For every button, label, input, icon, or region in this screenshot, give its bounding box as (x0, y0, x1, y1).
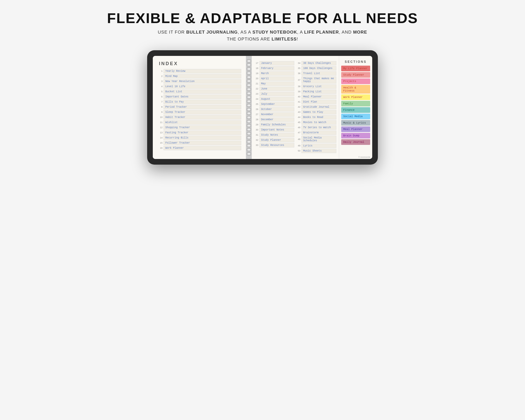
month-item-label: Study Planner (259, 138, 294, 142)
month-item-label: May (259, 82, 294, 86)
item-number: 41 (296, 101, 301, 103)
item-number: 50 (296, 149, 301, 152)
index-number: 12 (159, 126, 164, 129)
month-row: 29 Family Schedules (254, 123, 294, 127)
index-row: 15 Follower Tracker (159, 141, 241, 145)
item-number: 42 (296, 106, 301, 108)
spiral-ring (247, 132, 251, 135)
section-tab: Meal Planner (341, 126, 370, 132)
item-number: 43 (296, 111, 301, 113)
item-label: Packing List (301, 89, 336, 94)
index-item-label: Recurring Bills (164, 136, 241, 140)
spiral-ring (247, 120, 251, 123)
item-number: 37 (296, 79, 301, 81)
section-tab: Music & Lyrics (341, 120, 370, 126)
month-row: 24 August (254, 97, 294, 101)
item-label: Travel List (301, 71, 336, 76)
month-row: 21 May (254, 82, 294, 86)
index-item-label: Level 10 Life (164, 84, 241, 89)
item-label: Music Sheets (301, 149, 336, 153)
index-item-label: Sleep Tracker (164, 110, 241, 114)
index-row: 9 Sleep Tracker (159, 110, 241, 114)
spiral-ring (247, 84, 251, 87)
index-row: 12 Shopping Tracker (159, 125, 241, 130)
index-row: 16 Work Planner (159, 146, 241, 150)
item-number: 48 (296, 138, 301, 141)
month-item-label: December (259, 117, 294, 122)
item-number: 38 (296, 85, 301, 88)
spiral-ring (247, 124, 251, 127)
index-item-label: Period Tracker (164, 105, 241, 109)
item-row: 45 Movies to Watch (296, 120, 336, 125)
month-row: 28 December (254, 117, 294, 122)
item-label: 100 Days Challenges (301, 66, 336, 71)
notebook: INDEX 1 Yearly Review 2 Mind Map 3 New Y… (153, 56, 372, 159)
spiral-ring (247, 92, 251, 95)
sections-page: SECTIONS My Life PlannerStudy PlannerPro… (339, 56, 372, 159)
index-item-label: Mind Map (164, 74, 241, 78)
index-row: 13 Fasting Tracker (159, 131, 241, 135)
month-number: 27 (254, 113, 259, 116)
item-row: 37 Things that makes me happy (296, 76, 336, 84)
item-number: 40 (296, 95, 301, 98)
month-number: 19 (254, 72, 259, 75)
month-item-label: October (259, 107, 294, 112)
index-number: 1 (159, 70, 164, 72)
spiral-ring (247, 67, 251, 71)
spiral-ring (247, 108, 251, 111)
index-item-label: Important Dates (164, 95, 241, 99)
month-column: 17 January 18 February 19 March 20 April… (254, 61, 294, 154)
item-label: Lyrics (301, 144, 336, 148)
spiral-ring (247, 128, 251, 131)
index-item-label: Habit Tracker (164, 115, 241, 119)
month-item-label: February (259, 66, 294, 71)
index-number: 16 (159, 147, 164, 149)
month-row: 22 June (254, 87, 294, 91)
item-number: 34 (296, 62, 301, 64)
index-item-label: New Year Resolution (164, 79, 241, 84)
month-row: 30 Important Notes (254, 128, 294, 132)
month-item-label: Important Notes (259, 128, 294, 132)
subtitle-text1: USE IT FOR BULLET JOURNALING, AS A STUDY… (158, 30, 367, 35)
item-number: 44 (296, 116, 301, 118)
month-item-label: September (259, 102, 294, 106)
spiral-ring (247, 112, 251, 115)
sections-title: SECTIONS (341, 60, 370, 64)
item-number: 47 (296, 131, 301, 134)
index-item-label: Follower Tracker (164, 141, 241, 145)
item-label: Gratitude Journal (301, 105, 336, 109)
index-number: 4 (159, 85, 164, 88)
item-label: Grocery List (301, 84, 336, 89)
section-tab: Family (341, 101, 370, 106)
month-number: 24 (254, 98, 259, 100)
spiral-ring (247, 148, 251, 151)
index-row: 6 Important Dates (159, 95, 241, 99)
main-title: FLEXIBLE & ADAPTABLE FOR ALL NEEDS (107, 10, 418, 26)
month-row: 19 March (254, 71, 294, 76)
spiral-ring (247, 88, 251, 91)
month-number: 31 (254, 134, 259, 136)
index-row: 4 Level 10 Life (159, 84, 241, 89)
item-number: 36 (296, 72, 301, 75)
month-item-label: November (259, 112, 294, 117)
month-item-label: March (259, 71, 294, 76)
index-number: 11 (159, 121, 164, 124)
index-number: 3 (159, 80, 164, 83)
item-label: Books to Read (301, 115, 336, 119)
copyright-text: © nozomunota (358, 156, 370, 158)
spiral-ring (247, 144, 251, 147)
index-number: 7 (159, 101, 164, 103)
item-row: 48 Social Media Schedules (296, 136, 336, 143)
item-number: 49 (296, 144, 301, 147)
index-row: 2 Mind Map (159, 74, 241, 78)
section-tab: Health & Fitness (341, 85, 370, 94)
index-number: 2 (159, 75, 164, 77)
item-label: Things that makes me happy (301, 76, 336, 84)
index-item-label: Work Planner (164, 146, 241, 150)
section-tab: Social Media (341, 114, 370, 119)
month-number: 25 (254, 103, 259, 105)
item-label: Social Media Schedules (301, 136, 336, 143)
item-label: Meal Planner (301, 95, 336, 99)
index-number: 13 (159, 131, 164, 134)
tablet-device: INDEX 1 Yearly Review 2 Mind Map 3 New Y… (147, 50, 378, 165)
